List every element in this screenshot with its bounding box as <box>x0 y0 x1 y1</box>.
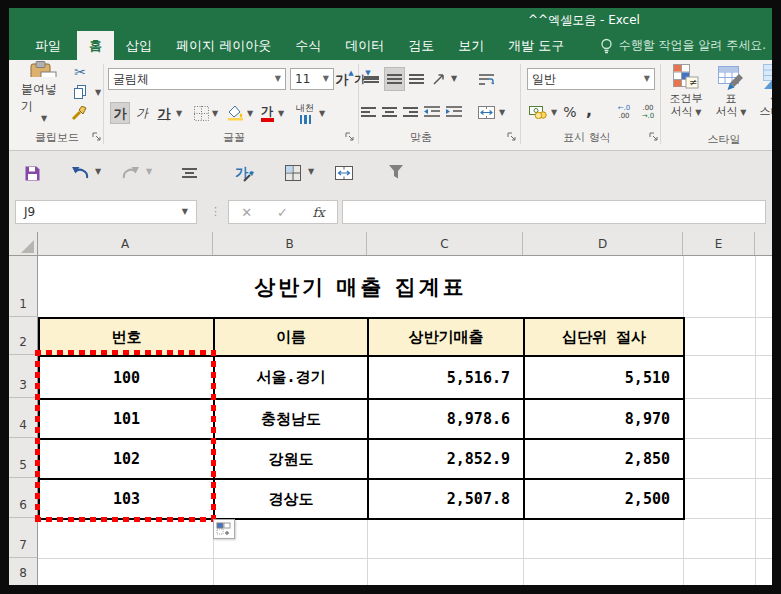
number-dialog-launcher-icon[interactable] <box>649 132 658 141</box>
fill-color-button[interactable] <box>225 102 245 124</box>
copy-dropdown-caret[interactable]: ▼ <box>95 89 101 97</box>
table-cell-c5[interactable]: 2,852.9 <box>369 440 525 480</box>
font-color-dropdown-caret[interactable]: ▼ <box>278 110 284 118</box>
table-cell-a5[interactable]: 102 <box>40 440 215 480</box>
underline-dropdown-caret[interactable]: ▼ <box>176 110 182 118</box>
decrease-indent-button[interactable] <box>422 102 442 122</box>
font-name-combo[interactable]: 굴림체▼ <box>108 68 286 90</box>
tell-me-box[interactable]: 수행할 작업을 알려 주세요. <box>600 31 766 60</box>
underline-button[interactable]: 가 <box>154 102 174 124</box>
table-cell-c4[interactable]: 8,978.6 <box>369 400 525 440</box>
phonetic-guide-button[interactable]: 내천 <box>293 100 317 126</box>
row-header-7[interactable]: 7 <box>9 518 38 558</box>
italic-button[interactable]: 가 <box>133 102 151 124</box>
qat-center-align-button[interactable] <box>179 164 199 182</box>
column-header-e[interactable]: E <box>683 232 755 255</box>
column-header-f-partial[interactable] <box>755 232 772 255</box>
column-header-c[interactable]: C <box>367 232 523 255</box>
merge-center-button[interactable] <box>475 101 497 123</box>
tab-page-layout[interactable]: 페이지 레이아웃 <box>164 31 283 60</box>
tab-insert[interactable]: 삽입 <box>114 31 164 60</box>
accounting-format-button[interactable] <box>527 102 549 122</box>
qat-format-brush-button[interactable]: 가 <box>233 161 257 185</box>
table-cell-d4[interactable]: 8,970 <box>525 400 685 440</box>
row-header-5[interactable]: 5 <box>9 438 38 478</box>
number-format-combo[interactable]: 일반▼ <box>527 68 655 90</box>
table-cell-c6[interactable]: 2,507.8 <box>369 480 525 520</box>
tab-formulas[interactable]: 수식 <box>283 31 333 60</box>
formula-input[interactable] <box>342 200 766 224</box>
table-cell-b3[interactable]: 서울.경기 <box>215 357 369 400</box>
enter-icon[interactable]: ✓ <box>277 205 288 220</box>
table-cell-b4[interactable]: 충청남도 <box>215 400 369 440</box>
tab-data[interactable]: 데이터 <box>333 31 396 60</box>
cell-styles-button[interactable]: 셀 스타일 <box>754 62 772 126</box>
table-cell-b6[interactable]: 경상도 <box>215 480 369 520</box>
format-as-table-button[interactable]: 표 서식 ▼ <box>711 62 751 126</box>
table-header-cell[interactable]: 십단위 절사 <box>525 319 685 357</box>
borders-button[interactable] <box>192 103 210 123</box>
bold-button[interactable]: 가 <box>110 102 130 124</box>
tab-review[interactable]: 검토 <box>396 31 446 60</box>
column-header-b[interactable]: B <box>213 232 367 255</box>
alignment-dialog-launcher-icon[interactable] <box>507 132 516 141</box>
row-header-8[interactable]: 8 <box>9 558 38 585</box>
fill-color-dropdown-caret[interactable]: ▼ <box>247 110 253 118</box>
increase-indent-button[interactable] <box>444 102 464 122</box>
align-middle-button[interactable] <box>384 67 405 91</box>
insert-function-icon[interactable]: fx <box>312 205 324 220</box>
tab-file[interactable]: 파일 <box>23 31 73 60</box>
select-all-corner[interactable] <box>9 232 38 255</box>
paste-options-button[interactable] <box>213 519 235 539</box>
table-cell-a6[interactable]: 103 <box>40 480 215 520</box>
font-size-combo[interactable]: 11▼ <box>290 68 334 90</box>
merge-dropdown-caret[interactable]: ▼ <box>499 109 505 117</box>
filter-button[interactable] <box>387 163 405 181</box>
orientation-button[interactable] <box>429 68 449 90</box>
qat-borders-button[interactable] <box>283 163 303 183</box>
table-cell-d5[interactable]: 2,850 <box>525 440 685 480</box>
orientation-dropdown-caret[interactable]: ▼ <box>451 75 457 83</box>
table-cell-b5[interactable]: 강원도 <box>215 440 369 480</box>
align-bottom-button[interactable] <box>407 69 426 89</box>
align-top-button[interactable] <box>362 69 381 89</box>
percent-button[interactable]: % <box>561 102 579 122</box>
table-cell-d3[interactable]: 5,510 <box>525 357 685 400</box>
qat-merge-button[interactable] <box>333 163 355 183</box>
font-dialog-launcher-icon[interactable] <box>345 132 354 141</box>
row-header-4[interactable]: 4 <box>9 398 38 438</box>
cancel-icon[interactable]: ✕ <box>241 205 252 220</box>
row-header-1[interactable]: 1 <box>9 256 38 317</box>
undo-button[interactable] <box>70 164 90 180</box>
save-button[interactable] <box>23 164 41 182</box>
align-left-button[interactable] <box>359 102 378 122</box>
table-cell-a3[interactable]: 100 <box>40 357 215 400</box>
table-cell-a4[interactable]: 101 <box>40 400 215 440</box>
sheet-title-cell[interactable]: 상반기 매출 집계표 <box>38 256 683 317</box>
tab-home[interactable]: 홈 <box>77 31 114 60</box>
paste-button[interactable]: 붙여넣기 ▼ <box>21 61 67 123</box>
decrease-decimal-button[interactable]: .00→.0 <box>637 102 659 122</box>
clipboard-dialog-launcher-icon[interactable] <box>92 132 101 141</box>
formula-bar-splitter[interactable]: ⋮ <box>210 205 221 218</box>
table-header-cell[interactable]: 상반기매출 <box>369 319 525 357</box>
row-header-2[interactable]: 2 <box>9 317 38 355</box>
phonetic-dropdown-caret[interactable]: ▼ <box>319 110 325 118</box>
column-header-d[interactable]: D <box>523 232 683 255</box>
comma-button[interactable]: , <box>582 100 596 120</box>
cut-button[interactable]: ✂ <box>69 63 91 81</box>
copy-button[interactable] <box>69 83 91 100</box>
increase-decimal-button[interactable]: ←.0.00 <box>613 102 635 122</box>
align-center-button[interactable] <box>380 102 399 122</box>
accounting-dropdown-caret[interactable]: ▼ <box>551 109 557 117</box>
table-cell-c3[interactable]: 5,516.7 <box>369 357 525 400</box>
tab-developer[interactable]: 개발 도구 <box>496 31 576 60</box>
row-header-6[interactable]: 6 <box>9 478 38 518</box>
redo-caret[interactable]: ▼ <box>144 167 154 177</box>
undo-caret[interactable]: ▼ <box>93 167 103 177</box>
wrap-text-button[interactable] <box>475 68 497 90</box>
table-header-cell[interactable]: 이름 <box>215 319 369 357</box>
redo-button[interactable] <box>121 164 141 180</box>
tab-view[interactable]: 보기 <box>446 31 496 60</box>
font-color-button[interactable]: 가 <box>258 102 276 124</box>
